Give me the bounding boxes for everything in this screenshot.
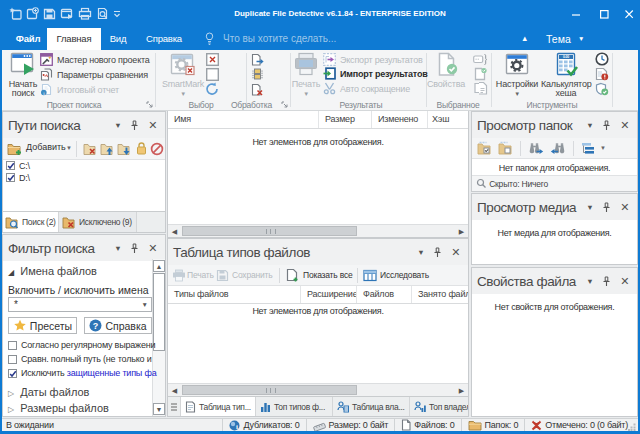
svg-text:0.00: 0.00 [563, 55, 569, 59]
svg-text:?: ? [93, 321, 99, 331]
svg-text:i: i [236, 423, 238, 431]
